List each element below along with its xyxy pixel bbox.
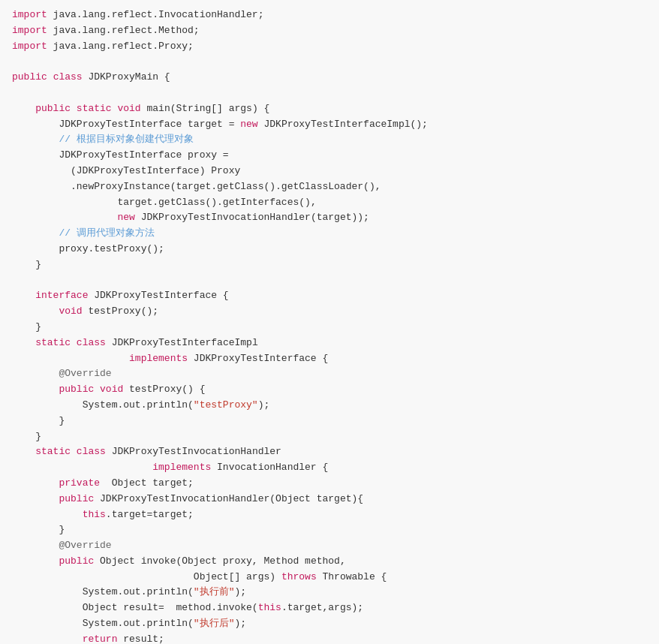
override-annotation-2: @Override [59, 540, 111, 551]
throws-keyword: throws [281, 571, 317, 582]
code-editor: import java.lang.reflect.InvocationHandl… [12, 8, 647, 644]
static-keyword-2: static [35, 446, 71, 457]
static-keyword-1: static [35, 337, 71, 348]
comment-1: // 根据目标对象创建代理对象 [59, 134, 193, 145]
import-keyword-2: import [12, 25, 47, 36]
import-keyword-1: import [12, 9, 47, 20]
interface-keyword: interface [35, 290, 88, 301]
public-kw-main: public [35, 103, 71, 114]
comment-2: // 调用代理对象方法 [59, 227, 154, 239]
public-keyword: public [12, 71, 47, 83]
import-keyword-3: import [12, 41, 47, 52]
override-annotation-1: @Override [59, 368, 111, 379]
